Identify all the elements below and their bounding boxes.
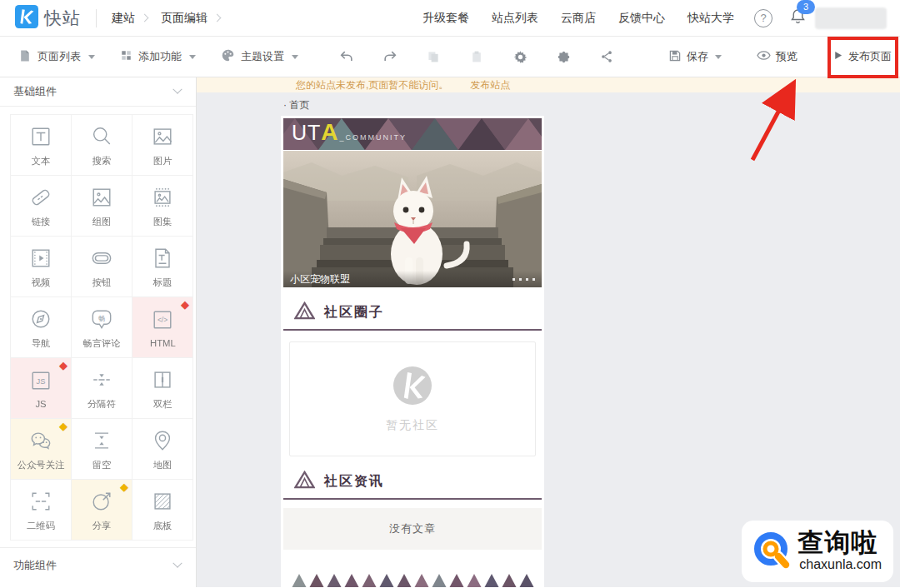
component-item-video[interactable]: 视频 (11, 237, 72, 297)
help-icon[interactable]: ? (754, 9, 772, 27)
carousel-image-cat[interactable]: 小区宠物联盟 (283, 151, 542, 287)
page-list-button[interactable]: 页面列表 (18, 49, 95, 65)
gear-icon[interactable] (512, 50, 528, 64)
component-item-link[interactable]: 链接 (11, 176, 72, 237)
separator-icon (88, 366, 115, 394)
component-item-wechat[interactable]: 公众号关注◆ (11, 419, 72, 480)
save-label: 保存 (687, 49, 708, 64)
kuaizhan-logo-icon (15, 5, 38, 32)
component-label: 视频 (32, 276, 51, 289)
phone-preview[interactable]: UTA_COMMUNITY (281, 116, 544, 587)
component-item-gallery[interactable]: 图集 (132, 176, 193, 237)
basic-components-header[interactable]: 基础组件 (0, 77, 196, 107)
component-grid: 文本搜索图片链接组图图集视频按钮标题导航畅畅言评论</>HTML◆JSJS◆分隔… (10, 114, 193, 541)
nav-link-upgrade[interactable]: 升级套餐 (422, 11, 469, 26)
publish-site-link[interactable]: 发布站点 (470, 78, 510, 92)
component-item-js[interactable]: JSJS◆ (11, 358, 72, 419)
image-group-icon (88, 183, 115, 212)
logo-text: 快站 (44, 7, 81, 30)
theme-settings-label: 主题设置 (241, 49, 284, 64)
banner-title: UTA_COMMUNITY (292, 119, 407, 146)
user-account-blurred[interactable] (815, 7, 887, 29)
chevron-down-icon (172, 85, 182, 94)
component-item-text[interactable]: 文本 (11, 115, 72, 176)
nav-link-feedback[interactable]: 反馈中心 (618, 11, 665, 26)
carousel-caption-bar: 小区宠物联盟 (283, 271, 542, 287)
site-banner[interactable]: UTA_COMMUNITY (283, 118, 542, 150)
watermark-title: 查询啦 (798, 529, 882, 556)
video-icon (28, 244, 54, 272)
nav-link-site-list[interactable]: 站点列表 (492, 11, 538, 26)
title-icon (149, 244, 176, 272)
basic-components-title: 基础组件 (13, 84, 57, 99)
plugin-icon[interactable] (555, 50, 572, 64)
preview-label: 预览 (776, 49, 798, 64)
component-item-separator[interactable]: 分隔符 (72, 358, 132, 419)
share-icon (88, 487, 115, 516)
undo-icon[interactable] (338, 49, 355, 64)
component-item-map-pin[interactable]: 地图 (132, 419, 193, 480)
annotation-highlight-box (828, 37, 898, 78)
kuaizhan-logo[interactable]: 快站 (15, 5, 81, 32)
triangle-logo-icon (294, 301, 315, 323)
redo-icon[interactable] (382, 49, 398, 64)
theme-settings-button[interactable]: 主题设置 (221, 48, 298, 65)
component-item-code[interactable]: </>HTML◆ (132, 297, 193, 358)
notifications-button[interactable]: 3 (789, 7, 807, 28)
component-item-two-column[interactable]: 双栏 (132, 358, 193, 419)
top-navbar: 快站 建站 页面编辑 升级套餐 站点列表 云商店 反馈中心 快站大学 ? 3 (0, 0, 900, 37)
chevron-down-icon (172, 558, 182, 567)
nav-link-academy[interactable]: 快站大学 (688, 11, 734, 26)
breadcrumb-site[interactable]: 建站 (112, 11, 135, 26)
component-item-search[interactable]: 搜索 (72, 115, 132, 176)
page-list-label: 页面列表 (38, 49, 81, 64)
nav-link-cloud-shop[interactable]: 云商店 (561, 11, 596, 26)
chaxunla-watermark: 查询啦 chaxunla.com (742, 521, 893, 582)
component-item-button[interactable]: 按钮 (72, 237, 132, 297)
chevron-right-icon (141, 14, 149, 22)
component-label: 搜索 (92, 154, 112, 167)
breadcrumb-page-edit[interactable]: 页面编辑 (161, 11, 208, 26)
function-components-header[interactable]: 功能组件 (0, 547, 196, 582)
component-item-title[interactable]: 标题 (132, 237, 193, 297)
compass-icon (28, 305, 54, 333)
carousel-dot[interactable] (519, 278, 522, 281)
palette-icon (221, 48, 235, 65)
component-label: 双栏 (153, 397, 172, 411)
section-header-community[interactable]: 社区圈子 (283, 297, 542, 331)
notice-text: 您的站点未发布,页面暂不能访问。 (296, 78, 448, 92)
carousel-dot[interactable] (526, 278, 528, 281)
component-item-qrcode[interactable]: 二维码 (11, 480, 72, 541)
button-icon (88, 244, 115, 272)
component-item-comment[interactable]: 畅畅言评论 (72, 297, 132, 358)
component-item-backplate[interactable]: 底板 (132, 480, 193, 541)
image-icon (149, 122, 176, 151)
section-title: 社区资讯 (324, 473, 384, 491)
wechat-icon (28, 426, 54, 455)
add-feature-button[interactable]: 添加功能 (120, 49, 196, 64)
component-item-share[interactable]: 分享◆ (72, 480, 132, 541)
yellow-gem-icon: ◆ (59, 420, 68, 432)
share-icon[interactable] (598, 50, 615, 63)
yellow-gem-icon: ◆ (120, 481, 128, 493)
triangle-decoration (414, 574, 429, 587)
empty-community-card[interactable]: 暂无社区 (289, 341, 536, 456)
component-item-compass[interactable]: 导航 (11, 297, 72, 358)
carousel-dot[interactable] (512, 278, 515, 281)
preview-button[interactable]: 预览 (757, 48, 798, 65)
section-header-news[interactable]: 社区资讯 (283, 466, 542, 500)
add-feature-label: 添加功能 (138, 49, 182, 64)
triangle-decoration (397, 574, 412, 587)
svg-text:</>: </> (158, 316, 168, 324)
triangle-decoration (362, 574, 377, 587)
component-item-image-group[interactable]: 组图 (72, 176, 132, 237)
triangle-decoration (449, 574, 464, 587)
carousel-dot[interactable] (532, 278, 535, 281)
paste-icon (468, 50, 485, 63)
save-button[interactable]: 保存 (668, 49, 722, 65)
triangle-decoration (502, 574, 517, 587)
component-label: 标题 (153, 276, 172, 289)
component-item-spacer[interactable]: 留空 (72, 419, 132, 480)
component-item-image[interactable]: 图片 (132, 115, 193, 176)
triangle-decoration (309, 574, 324, 587)
